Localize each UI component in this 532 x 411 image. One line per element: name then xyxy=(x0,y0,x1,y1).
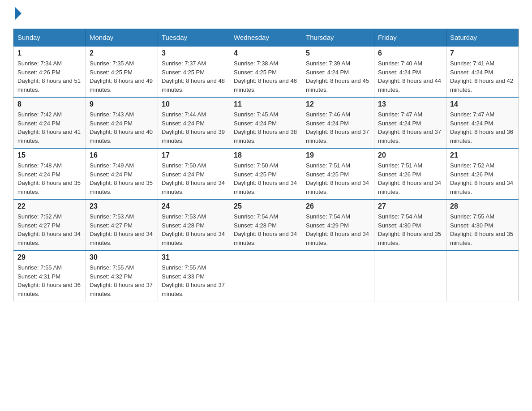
calendar-cell: 16 Sunrise: 7:49 AM Sunset: 4:24 PM Dayl… xyxy=(86,148,158,199)
calendar-cell: 4 Sunrise: 7:38 AM Sunset: 4:25 PM Dayli… xyxy=(230,46,302,97)
calendar-cell: 30 Sunrise: 7:55 AM Sunset: 4:32 PM Dayl… xyxy=(86,250,158,301)
calendar-cell: 2 Sunrise: 7:35 AM Sunset: 4:25 PM Dayli… xyxy=(86,46,158,97)
calendar-cell: 21 Sunrise: 7:52 AM Sunset: 4:26 PM Dayl… xyxy=(446,148,519,199)
calendar-cell xyxy=(374,250,446,301)
calendar-cell: 31 Sunrise: 7:55 AM Sunset: 4:33 PM Dayl… xyxy=(158,250,230,301)
week-row-1: 1 Sunrise: 7:34 AM Sunset: 4:26 PM Dayli… xyxy=(14,46,519,97)
calendar-body: 1 Sunrise: 7:34 AM Sunset: 4:26 PM Dayli… xyxy=(14,46,519,301)
day-number: 21 xyxy=(450,151,515,159)
page-header xyxy=(13,9,519,20)
day-of-week-saturday: Saturday xyxy=(446,29,519,47)
day-info: Sunrise: 7:42 AM Sunset: 4:24 PM Dayligh… xyxy=(17,110,82,145)
calendar-cell: 3 Sunrise: 7:37 AM Sunset: 4:25 PM Dayli… xyxy=(158,46,230,97)
day-number: 3 xyxy=(162,49,226,57)
calendar-cell: 23 Sunrise: 7:53 AM Sunset: 4:27 PM Dayl… xyxy=(86,199,158,250)
calendar-cell: 5 Sunrise: 7:39 AM Sunset: 4:24 PM Dayli… xyxy=(302,46,374,97)
day-number: 26 xyxy=(306,202,370,210)
calendar-cell: 13 Sunrise: 7:47 AM Sunset: 4:24 PM Dayl… xyxy=(374,97,446,148)
calendar-cell: 24 Sunrise: 7:53 AM Sunset: 4:28 PM Dayl… xyxy=(158,199,230,250)
day-info: Sunrise: 7:53 AM Sunset: 4:28 PM Dayligh… xyxy=(162,212,226,247)
calendar-cell: 20 Sunrise: 7:51 AM Sunset: 4:26 PM Dayl… xyxy=(374,148,446,199)
logo-arrow-icon xyxy=(15,7,21,20)
day-info: Sunrise: 7:51 AM Sunset: 4:26 PM Dayligh… xyxy=(378,161,442,196)
day-info: Sunrise: 7:54 AM Sunset: 4:28 PM Dayligh… xyxy=(234,212,298,247)
day-info: Sunrise: 7:53 AM Sunset: 4:27 PM Dayligh… xyxy=(90,212,154,247)
day-number: 14 xyxy=(450,100,515,108)
day-info: Sunrise: 7:37 AM Sunset: 4:25 PM Dayligh… xyxy=(162,59,226,94)
day-number: 25 xyxy=(234,202,298,210)
day-number: 30 xyxy=(90,253,154,261)
day-info: Sunrise: 7:52 AM Sunset: 4:27 PM Dayligh… xyxy=(17,212,82,247)
day-number: 19 xyxy=(306,151,370,159)
calendar-cell: 9 Sunrise: 7:43 AM Sunset: 4:24 PM Dayli… xyxy=(86,97,158,148)
day-info: Sunrise: 7:34 AM Sunset: 4:26 PM Dayligh… xyxy=(17,59,82,94)
calendar-cell: 7 Sunrise: 7:41 AM Sunset: 4:24 PM Dayli… xyxy=(446,46,519,97)
calendar-cell: 29 Sunrise: 7:55 AM Sunset: 4:31 PM Dayl… xyxy=(14,250,86,301)
day-info: Sunrise: 7:38 AM Sunset: 4:25 PM Dayligh… xyxy=(234,59,298,94)
day-number: 1 xyxy=(17,49,82,57)
week-row-4: 22 Sunrise: 7:52 AM Sunset: 4:27 PM Dayl… xyxy=(14,199,519,250)
calendar-cell: 10 Sunrise: 7:44 AM Sunset: 4:24 PM Dayl… xyxy=(158,97,230,148)
day-number: 16 xyxy=(90,151,154,159)
calendar-cell: 12 Sunrise: 7:46 AM Sunset: 4:24 PM Dayl… xyxy=(302,97,374,148)
logo xyxy=(13,9,21,20)
day-number: 27 xyxy=(378,202,442,210)
day-number: 24 xyxy=(162,202,226,210)
calendar-cell: 28 Sunrise: 7:55 AM Sunset: 4:30 PM Dayl… xyxy=(446,199,519,250)
calendar-cell xyxy=(302,250,374,301)
day-number: 18 xyxy=(234,151,298,159)
day-info: Sunrise: 7:48 AM Sunset: 4:24 PM Dayligh… xyxy=(17,161,82,196)
day-number: 9 xyxy=(90,100,154,108)
day-number: 28 xyxy=(450,202,515,210)
day-info: Sunrise: 7:50 AM Sunset: 4:25 PM Dayligh… xyxy=(234,161,298,196)
day-info: Sunrise: 7:55 AM Sunset: 4:31 PM Dayligh… xyxy=(17,263,82,298)
calendar-cell: 27 Sunrise: 7:54 AM Sunset: 4:30 PM Dayl… xyxy=(374,199,446,250)
day-info: Sunrise: 7:52 AM Sunset: 4:26 PM Dayligh… xyxy=(450,161,515,196)
calendar-cell xyxy=(446,250,519,301)
day-of-week-wednesday: Wednesday xyxy=(230,29,302,47)
day-of-week-monday: Monday xyxy=(86,29,158,47)
calendar-cell xyxy=(230,250,302,301)
day-info: Sunrise: 7:49 AM Sunset: 4:24 PM Dayligh… xyxy=(90,161,154,196)
day-number: 11 xyxy=(234,100,298,108)
calendar-cell: 8 Sunrise: 7:42 AM Sunset: 4:24 PM Dayli… xyxy=(14,97,86,148)
day-number: 13 xyxy=(378,100,442,108)
day-number: 23 xyxy=(90,202,154,210)
calendar-table: SundayMondayTuesdayWednesdayThursdayFrid… xyxy=(13,29,519,301)
day-info: Sunrise: 7:51 AM Sunset: 4:25 PM Dayligh… xyxy=(306,161,370,196)
day-number: 20 xyxy=(378,151,442,159)
calendar-cell: 1 Sunrise: 7:34 AM Sunset: 4:26 PM Dayli… xyxy=(14,46,86,97)
day-info: Sunrise: 7:40 AM Sunset: 4:24 PM Dayligh… xyxy=(378,59,442,94)
header-row: SundayMondayTuesdayWednesdayThursdayFrid… xyxy=(14,29,519,47)
day-of-week-thursday: Thursday xyxy=(302,29,374,47)
day-number: 6 xyxy=(378,49,442,57)
day-info: Sunrise: 7:46 AM Sunset: 4:24 PM Dayligh… xyxy=(306,110,370,145)
calendar-cell: 17 Sunrise: 7:50 AM Sunset: 4:24 PM Dayl… xyxy=(158,148,230,199)
day-number: 8 xyxy=(17,100,82,108)
week-row-2: 8 Sunrise: 7:42 AM Sunset: 4:24 PM Dayli… xyxy=(14,97,519,148)
day-number: 2 xyxy=(90,49,154,57)
day-info: Sunrise: 7:55 AM Sunset: 4:33 PM Dayligh… xyxy=(162,263,226,298)
day-info: Sunrise: 7:54 AM Sunset: 4:29 PM Dayligh… xyxy=(306,212,370,247)
day-info: Sunrise: 7:54 AM Sunset: 4:30 PM Dayligh… xyxy=(378,212,442,247)
calendar-cell: 15 Sunrise: 7:48 AM Sunset: 4:24 PM Dayl… xyxy=(14,148,86,199)
day-info: Sunrise: 7:35 AM Sunset: 4:25 PM Dayligh… xyxy=(90,59,154,94)
day-info: Sunrise: 7:47 AM Sunset: 4:24 PM Dayligh… xyxy=(378,110,442,145)
day-info: Sunrise: 7:43 AM Sunset: 4:24 PM Dayligh… xyxy=(90,110,154,145)
week-row-3: 15 Sunrise: 7:48 AM Sunset: 4:24 PM Dayl… xyxy=(14,148,519,199)
day-of-week-tuesday: Tuesday xyxy=(158,29,230,47)
day-number: 15 xyxy=(17,151,82,159)
day-number: 10 xyxy=(162,100,226,108)
week-row-5: 29 Sunrise: 7:55 AM Sunset: 4:31 PM Dayl… xyxy=(14,250,519,301)
day-info: Sunrise: 7:50 AM Sunset: 4:24 PM Dayligh… xyxy=(162,161,226,196)
day-number: 7 xyxy=(450,49,515,57)
calendar-cell: 11 Sunrise: 7:45 AM Sunset: 4:24 PM Dayl… xyxy=(230,97,302,148)
calendar-cell: 25 Sunrise: 7:54 AM Sunset: 4:28 PM Dayl… xyxy=(230,199,302,250)
day-info: Sunrise: 7:47 AM Sunset: 4:24 PM Dayligh… xyxy=(450,110,515,145)
calendar-cell: 14 Sunrise: 7:47 AM Sunset: 4:24 PM Dayl… xyxy=(446,97,519,148)
day-info: Sunrise: 7:55 AM Sunset: 4:30 PM Dayligh… xyxy=(450,212,515,247)
day-of-week-sunday: Sunday xyxy=(14,29,86,47)
day-of-week-friday: Friday xyxy=(374,29,446,47)
calendar-header: SundayMondayTuesdayWednesdayThursdayFrid… xyxy=(14,29,519,47)
day-number: 5 xyxy=(306,49,370,57)
